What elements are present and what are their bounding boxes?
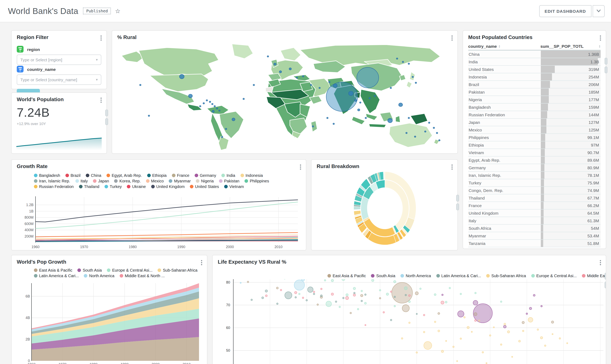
table-row: Japan127M <box>468 119 601 126</box>
legend-item[interactable]: Brazil <box>65 173 81 178</box>
legend-item[interactable]: United States <box>190 184 219 189</box>
legend-item[interactable]: Nigeria <box>196 179 214 183</box>
legend-item[interactable]: Germany <box>195 173 216 178</box>
svg-text:800M: 800M <box>25 215 33 220</box>
filter-field-label: country_name <box>27 67 56 71</box>
svg-text:200M: 200M <box>25 234 33 238</box>
legend-item[interactable]: Bangladesh <box>34 173 60 178</box>
kebab-menu-icon[interactable] <box>299 163 302 171</box>
svg-text:1.2B: 1.2B <box>26 203 33 207</box>
table-row: Nigeria177M <box>468 96 601 104</box>
region-filter-card: Region Filter region Type or Select [reg… <box>11 30 107 89</box>
legend-item[interactable]: Turkey <box>104 184 122 189</box>
sort-icon: ▲▼ <box>599 45 601 48</box>
table-row: Thailand67.7M <box>468 194 601 202</box>
legend-item[interactable]: East Asia & Pacific <box>34 268 72 273</box>
kebab-menu-icon[interactable] <box>99 96 103 104</box>
legend-item[interactable]: Middle East & North ... <box>120 273 165 278</box>
legend-item[interactable]: Thailand <box>79 184 99 189</box>
legend-item[interactable]: Europe & Central Asi... <box>531 273 577 278</box>
legend-item[interactable]: South Asia <box>371 273 395 278</box>
header-dropdown-button[interactable] <box>593 5 605 17</box>
legend-item[interactable]: Iran, Islamic Rep. <box>34 179 70 183</box>
svg-text:60: 60 <box>226 326 230 330</box>
card-title: Region Filter <box>17 34 48 40</box>
legend-item[interactable]: South Asia <box>78 268 102 273</box>
legend-item[interactable]: Sub-Saharan Africa <box>158 268 197 273</box>
country-name-select[interactable]: Type or Select [country_name] ▾ <box>17 75 101 85</box>
legend-item[interactable]: Italy <box>75 179 88 183</box>
legend-item[interactable]: Mexico <box>146 179 164 183</box>
legend-item[interactable]: North America <box>84 273 114 278</box>
resize-handle[interactable] <box>105 109 108 125</box>
legend-item[interactable]: France <box>172 173 189 178</box>
percent-rural-map-card: % Rural <box>112 30 458 154</box>
select-placeholder: Type or Select [region] <box>20 57 62 62</box>
legend-item[interactable]: United Kingdom <box>151 184 185 189</box>
column-header-sum-pop[interactable]: sum__SP_POP_TOTL ▲▼ <box>541 44 601 49</box>
legend-item[interactable]: Pakistan <box>219 179 239 183</box>
svg-text:2000: 2000 <box>226 245 234 249</box>
life-expectancy-bubble-chart: 80706050 <box>213 279 606 364</box>
legend-item[interactable]: Philippines <box>245 179 269 183</box>
legend-item[interactable]: Myanmar <box>169 179 191 183</box>
legend-item[interactable]: North America <box>401 273 431 278</box>
table-row: Iran, Islamic Rep.78.1M <box>468 172 601 179</box>
legend-item[interactable]: Russian Federation <box>34 184 74 189</box>
legend-item[interactable]: Sub-Saharan Africa <box>486 273 526 278</box>
growth-rate-line-chart: 196019701980199020002010200M400M600M800M… <box>17 195 301 250</box>
svg-text:1B: 1B <box>29 209 33 213</box>
column-header-country-name[interactable]: country_name ▲▼ <box>468 44 541 49</box>
select-placeholder: Type or Select [country_name] <box>20 77 77 82</box>
legend-item[interactable]: Japan <box>93 179 109 183</box>
kebab-menu-icon[interactable] <box>200 259 203 266</box>
legend-item[interactable]: Vietnam <box>224 184 244 189</box>
resize-handle[interactable] <box>605 58 607 73</box>
table-row: United States319M <box>468 66 601 73</box>
svg-text:2000: 2000 <box>152 363 160 364</box>
legend-item[interactable]: Latin America & Cari... <box>436 273 481 278</box>
legend-item[interactable]: East Asia & Pacific <box>327 273 366 278</box>
legend-item[interactable]: Ethiopia <box>147 173 167 178</box>
legend-item[interactable]: Middle East & North ... <box>582 273 606 278</box>
legend-item[interactable]: Indonesia <box>240 173 263 178</box>
legend-item[interactable]: Ukraine <box>127 184 146 189</box>
legend-item[interactable]: Europe & Central Asi... <box>107 268 152 273</box>
favorite-star-icon[interactable]: ☆ <box>115 8 120 14</box>
header-bar: World Bank's Data Published ☆ EDIT DASHB… <box>0 0 611 22</box>
kebab-menu-icon[interactable] <box>599 259 602 266</box>
card-title: Most Populated Countries <box>468 34 532 40</box>
countries-table: country_name ▲▼ sum__SP_POP_TOTL ▲▼ Chin… <box>468 43 601 247</box>
kebab-menu-icon[interactable] <box>450 34 454 42</box>
published-badge[interactable]: Published <box>83 8 111 14</box>
svg-text:1980: 1980 <box>90 363 97 364</box>
svg-text:50: 50 <box>226 349 230 352</box>
legend-item[interactable]: India <box>221 173 235 178</box>
resize-handle[interactable] <box>605 273 606 288</box>
legend-item[interactable]: Egypt, Arab Rep. <box>107 173 142 178</box>
table-row: Ethiopia97M <box>468 141 601 149</box>
table-row: France66.2M <box>468 202 601 209</box>
rural-breakdown-card: Rural Breakdown <box>311 159 458 250</box>
pop-growth-legend: East Asia & PacificSouth AsiaEurope & Ce… <box>34 268 203 279</box>
legend-item[interactable]: Korea, Rep. <box>114 179 141 183</box>
card-title: % Rural <box>117 34 137 40</box>
edit-dashboard-button[interactable]: EDIT DASHBOARD <box>539 5 591 17</box>
table-row: United Kingdom64.5M <box>468 209 601 217</box>
filter-icon <box>17 66 24 73</box>
resize-handle[interactable] <box>456 195 459 210</box>
table-row: Turkey75.9M <box>468 179 601 187</box>
svg-text:2010: 2010 <box>183 363 191 364</box>
table-row: Mexico125M <box>468 126 601 134</box>
svg-text:4B: 4B <box>26 316 30 320</box>
most-populated-countries-card: Most Populated Countries country_name ▲▼… <box>463 30 606 249</box>
svg-text:1970: 1970 <box>59 363 67 364</box>
region-select[interactable]: Type or Select [region] ▾ <box>17 54 101 65</box>
kebab-menu-icon[interactable] <box>99 34 103 42</box>
chevron-down-icon: ▾ <box>96 58 98 62</box>
kebab-menu-icon[interactable] <box>599 34 602 42</box>
chevron-down-icon: ▾ <box>96 78 98 82</box>
legend-item[interactable]: China <box>86 173 101 178</box>
legend-item[interactable]: Latin America & Cari... <box>34 273 79 278</box>
table-row: Bangladesh159M <box>468 104 601 111</box>
